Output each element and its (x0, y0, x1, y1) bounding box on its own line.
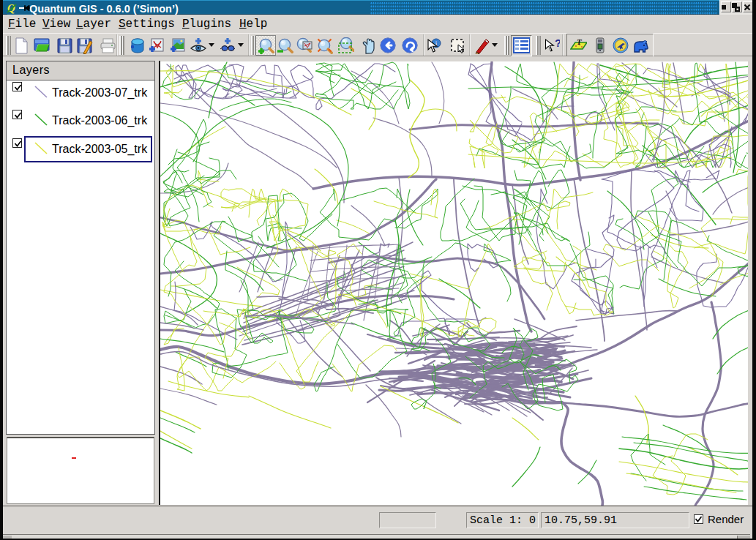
svg-text:?: ? (555, 37, 560, 49)
